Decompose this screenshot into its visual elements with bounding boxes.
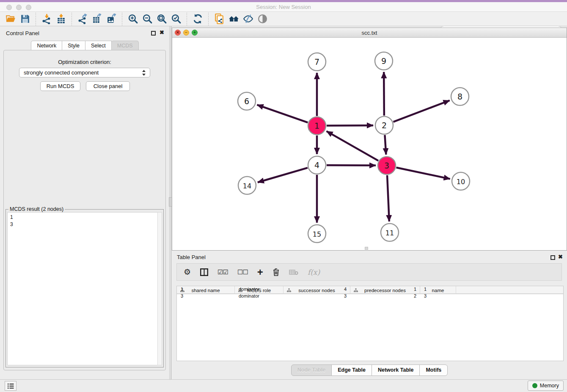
run-mcds-button[interactable]: Run MCDS (40, 81, 80, 91)
graph-node-8[interactable]: 8 (451, 88, 469, 105)
cell-shared-name[interactable]: 1 (177, 286, 235, 293)
svg-text:2: 2 (382, 121, 387, 130)
function-builder-icon: f(x) (308, 268, 320, 276)
graph-node-11[interactable]: 11 (381, 224, 399, 241)
import-network-icon[interactable] (39, 13, 54, 25)
edge-3-10[interactable] (396, 168, 450, 179)
cell-predecessor-nodes[interactable]: 1 (350, 286, 420, 293)
hide-glasses-icon[interactable] (241, 13, 255, 25)
edge-2-9[interactable] (384, 72, 384, 116)
svg-text:10: 10 (457, 178, 465, 186)
graph-node-1[interactable]: 1 (308, 117, 326, 135)
zoom-selected-icon[interactable] (169, 13, 183, 25)
save-session-icon[interactable] (18, 13, 32, 25)
network-window-titlebar[interactable]: ✕ − + scc.txt (172, 28, 567, 38)
svg-text:7: 7 (314, 57, 319, 66)
edge-1-6[interactable] (257, 105, 308, 123)
graph-node-9[interactable]: 9 (375, 52, 393, 70)
tab-style[interactable]: Style (62, 41, 85, 51)
tab-select[interactable]: Select (85, 41, 112, 51)
result-scrollbar[interactable] (157, 212, 162, 365)
table-row[interactable]: 3dominator323 (177, 293, 563, 300)
graph-node-14[interactable]: 14 (238, 177, 256, 194)
window-title: Session: New Session (0, 4, 567, 10)
zoom-fit-icon[interactable] (154, 13, 169, 25)
optimization-criterion-label: Optimization criterion: (4, 59, 165, 65)
memory-button[interactable]: Memory (528, 381, 564, 391)
export-image-icon[interactable] (104, 13, 118, 25)
delete-column-icon[interactable] (272, 268, 280, 276)
import-table-icon[interactable] (54, 13, 68, 25)
task-history-button[interactable] (5, 381, 17, 391)
cell-name[interactable]: 3 (420, 293, 456, 300)
cell-successor-nodes[interactable]: 3 (284, 293, 350, 300)
optimization-criterion-value: strongly connected component (24, 69, 99, 76)
graph-node-10[interactable]: 10 (452, 172, 470, 190)
zoom-in-icon[interactable] (126, 13, 140, 25)
close-panel-button[interactable]: Close panel (86, 81, 130, 91)
table-row[interactable]: 1dominator411 (177, 286, 563, 293)
table-settings-icon[interactable]: ⚙ (184, 267, 191, 277)
delete-table-icon[interactable] (289, 269, 298, 275)
tab-motifs[interactable]: Motifs (419, 364, 448, 376)
edge-3-1[interactable] (327, 131, 378, 161)
select-all-checks-icon[interactable]: ☑☑ (217, 268, 228, 276)
canvas-splitter-handle[interactable] (365, 247, 368, 250)
svg-text:3: 3 (384, 161, 389, 170)
network-canvas[interactable]: 7968124314101511 (172, 38, 567, 250)
tab-mcds[interactable]: MCDS (111, 41, 139, 51)
edge-1-2[interactable] (327, 125, 373, 126)
svg-text:14: 14 (243, 182, 251, 190)
tab-node-table[interactable]: Node Table (291, 364, 332, 376)
graph-node-3[interactable]: 3 (378, 157, 396, 174)
table-body: 1dominator4113dominator323 (177, 286, 563, 300)
edge-4-14[interactable] (258, 168, 308, 182)
graph-node-4[interactable]: 4 (308, 156, 326, 174)
cell-name[interactable]: 1 (420, 286, 456, 293)
graph-node-7[interactable]: 7 (308, 53, 326, 71)
split-view-icon[interactable] (200, 268, 208, 276)
float-panel-icon[interactable] (151, 31, 156, 36)
node-table[interactable]: shared nameMCDS rolesuccessor nodesprede… (176, 286, 564, 361)
open-session-icon[interactable] (3, 13, 18, 25)
mcds-result-group: MCDS result (2 nodes) 1 3 (6, 209, 164, 367)
graph-node-6[interactable]: 6 (238, 92, 256, 110)
svg-text:8: 8 (457, 92, 462, 101)
export-network-icon[interactable] (75, 13, 90, 25)
cell-successor-nodes[interactable]: 4 (284, 286, 350, 293)
tab-edge-table[interactable]: Edge Table (331, 364, 372, 376)
graph-node-15[interactable]: 15 (308, 225, 326, 243)
close-panel-icon[interactable]: ✖ (160, 29, 164, 36)
control-panel-title: Control Panel (6, 30, 39, 36)
show-eye-icon[interactable] (255, 13, 270, 25)
export-table-icon[interactable] (90, 13, 104, 25)
toolbar-separator (36, 13, 36, 25)
graph-node-2[interactable]: 2 (375, 116, 393, 134)
tab-network-table[interactable]: Network Table (372, 364, 420, 376)
tab-network[interactable]: Network (31, 41, 62, 51)
task-list-icon (7, 383, 14, 389)
add-column-icon[interactable]: + (257, 266, 263, 278)
mcds-result-text[interactable]: 1 3 (7, 212, 158, 365)
clone-network-icon[interactable] (212, 13, 226, 25)
zoom-out-icon[interactable] (140, 13, 154, 25)
edge-3-11[interactable] (387, 175, 389, 221)
network-graph: 7968124314101511 (172, 38, 567, 250)
close-table-panel-icon[interactable]: ✖ (558, 254, 563, 260)
cell-predecessor-nodes[interactable]: 2 (350, 293, 420, 300)
home-icon[interactable] (226, 13, 241, 25)
edge-2-3[interactable] (385, 135, 386, 155)
float-table-panel-icon[interactable] (550, 255, 555, 260)
edge-4-3[interactable] (327, 165, 376, 166)
select-stepper-icon (142, 69, 146, 76)
refresh-view-icon[interactable] (190, 13, 205, 25)
cell-shared-name[interactable]: 3 (177, 293, 235, 300)
cell-MCDS-role[interactable]: dominator (235, 286, 284, 293)
mcds-result-title: MCDS result (2 nodes) (8, 206, 65, 212)
svg-text:6: 6 (244, 97, 249, 106)
cell-MCDS-role[interactable]: dominator (235, 293, 284, 300)
optimization-criterion-select[interactable]: strongly connected component (19, 68, 150, 77)
application-window: Session: New Session (0, 0, 567, 392)
edge-2-8[interactable] (394, 100, 450, 122)
deselect-all-checks-icon[interactable]: ☐☐ (237, 268, 248, 276)
